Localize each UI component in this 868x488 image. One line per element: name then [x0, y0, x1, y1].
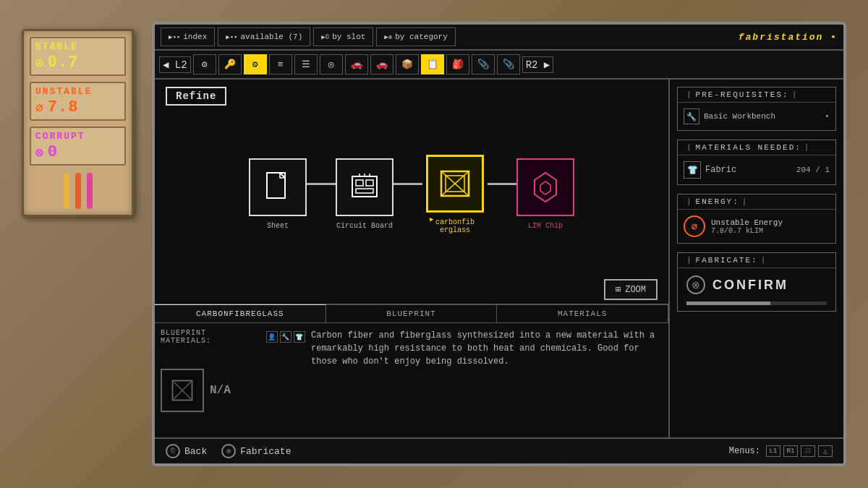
blueprint-section: BLUEPRINT MATERIALS: 👤 🔧 👕 [161, 329, 305, 432]
craft-item-carbon[interactable]: ▶ carbonfib erglass [422, 155, 488, 234]
screen-title: fabristation ▪ [739, 32, 838, 43]
materials-section: MATERIALS NEEDED: 👕 Fabric 204 / 1 [677, 140, 836, 185]
tab-index[interactable]: ▶▪▪ index [161, 27, 215, 46]
craft-box-circuit[interactable] [336, 158, 393, 216]
prereq-workbench-icon: 🔧 [684, 108, 699, 124]
icon-btn-11[interactable]: 🎒 [446, 54, 469, 74]
svg-line-2 [280, 173, 285, 178]
energy-value: 7.8/0.7 kLIM [711, 227, 830, 235]
fabricate-icon: ⊗ [221, 444, 236, 458]
info-panel: CARBONFIBREGLASS BLUEPRINT MATERIALS BLU… [155, 304, 668, 437]
corrupt-value: 0 [48, 143, 58, 161]
craft-item-circuit[interactable]: Circuit Board [336, 158, 393, 230]
icon-btn-2[interactable]: 🔑 [218, 54, 242, 74]
cables [30, 173, 126, 209]
svg-rect-5 [366, 180, 373, 186]
craft-header: Refine [155, 80, 668, 113]
tab-available[interactable]: ▶▪▪ available (7) [218, 27, 310, 46]
refine-label: Refine [166, 87, 226, 106]
icon-btn-4[interactable]: ≡ [269, 54, 292, 74]
confirm-progress-bar [686, 301, 827, 305]
cable-pink [87, 173, 93, 209]
svg-rect-0 [267, 173, 285, 198]
bp-icon-person: 👤 [266, 331, 278, 343]
craft-box-carbon[interactable]: ▶ [426, 155, 484, 213]
icon-btn-12[interactable]: 📎 [472, 54, 495, 74]
zoom-area: ⊞ ZOOM [155, 275, 668, 304]
back-action[interactable]: © Back [166, 444, 207, 458]
icon-btn-5[interactable]: ☰ [294, 54, 318, 74]
craft-box-sheet[interactable] [249, 158, 307, 216]
menu-icon-triangle: △ [818, 445, 833, 457]
icon-btn-8[interactable]: 🚗 [370, 54, 393, 74]
confirm-text: CONFIRM [712, 278, 788, 293]
tab-blueprint[interactable]: BLUEPRINT [326, 305, 498, 322]
energy-header: ENERGY: [678, 194, 835, 210]
energy-unstable: ∅ Unstable Energy 7.8/0.7 kLIM [684, 215, 830, 237]
left-nav-arrow[interactable]: ◀ L2 [159, 56, 191, 73]
menu-icon-r1: R1 [783, 445, 798, 457]
connector-2 [393, 183, 422, 185]
corrupt-icon: ⊗ [35, 145, 43, 160]
cable-orange [75, 173, 81, 209]
bottom-right: Menus: L1 R1 □ △ [729, 445, 833, 457]
tab-by-category[interactable]: ▶⊕ by category [376, 27, 455, 46]
craft-name-lim: LIM Chip [528, 222, 563, 230]
material-fabric: 👕 Fabric 204 / 1 [684, 161, 830, 179]
fabricate-section: FABRICATE: ⊗ CONFIRM [677, 252, 836, 312]
tab-by-slot[interactable]: ▶© by slot [313, 27, 373, 46]
craft-item-lim[interactable]: LIM Chip [516, 158, 574, 230]
icon-btn-6[interactable]: ◎ [320, 54, 343, 74]
blueprint-label: BLUEPRINT MATERIALS: 👤 🔧 👕 [161, 329, 305, 345]
icon-btn-1[interactable]: ⚙ [193, 54, 216, 74]
description-section: Carbon fiber and fiberglass synthesized … [311, 329, 663, 432]
zoom-icon: ⊞ [616, 284, 621, 295]
material-fabric-icon: 👕 [684, 161, 701, 179]
menu-icon-square: □ [801, 445, 815, 457]
confirm-button[interactable]: ⊗ CONFIRM [678, 268, 835, 301]
prerequisites-section: PRE-REQUISITES: 🔧 Basic Workbench ▪ [677, 87, 836, 131]
unstable-value: 7.8 [48, 98, 79, 116]
info-content: BLUEPRINT MATERIALS: 👤 🔧 👕 [155, 323, 668, 437]
energy-section: ENERGY: ∅ Unstable Energy 7.8/0.7 kLIM [677, 194, 836, 244]
nav-bar: ▶▪▪ index ▶▪▪ available (7) ▶© by slot ▶… [155, 25, 843, 51]
selected-indicator: ▶ [428, 215, 482, 223]
craft-box-lim[interactable] [516, 158, 574, 216]
svg-rect-4 [356, 180, 363, 186]
tab-carbonfibreglass[interactable]: CARBONFIBREGLASS [155, 304, 326, 322]
energy-content: ∅ Unstable Energy 7.8/0.7 kLIM [678, 210, 835, 243]
connector-3 [488, 183, 516, 185]
fabricate-action[interactable]: ⊗ Fabricate [221, 444, 291, 458]
craft-item-sheet[interactable]: Sheet [249, 158, 307, 230]
right-nav-arrow[interactable]: R2 ▶ [522, 56, 554, 73]
stat-unstable: UNSTABLE ∅ 7.8 [30, 82, 126, 121]
materials-header: MATERIALS NEEDED: [678, 140, 835, 155]
zoom-button[interactable]: ⊞ ZOOM [604, 279, 658, 300]
icon-btn-7[interactable]: 🚗 [345, 54, 368, 74]
material-count: 204 / 1 [796, 166, 830, 174]
icon-btn-3-active[interactable]: ⚙ [244, 54, 267, 74]
menu-icon-l1: L1 [766, 445, 780, 457]
tab-materials[interactable]: MATERIALS [497, 305, 668, 322]
craft-area: Refine [155, 80, 670, 437]
energy-unstable-icon: ∅ [684, 215, 705, 237]
stable-icon: ⊙ [35, 55, 43, 71]
energy-info: Unstable Energy 7.8/0.7 kLIM [711, 218, 830, 235]
menu-icons: L1 R1 □ △ [766, 445, 833, 457]
craft-name-circuit: Circuit Board [336, 222, 393, 230]
icon-btn-10-active[interactable]: 📋 [421, 54, 444, 74]
icon-btn-9[interactable]: 📦 [396, 54, 419, 74]
content-area: Refine [155, 80, 843, 437]
back-icon: © [166, 444, 180, 458]
right-panel: PRE-REQUISITES: 🔧 Basic Workbench ▪ MATE… [670, 80, 843, 437]
bp-item-box [161, 369, 204, 412]
prereq-workbench: 🔧 Basic Workbench ▪ [684, 108, 830, 124]
cable-yellow [64, 173, 69, 209]
stat-stable: STABLE ⊙ 0.7 [30, 37, 126, 76]
icon-btn-13[interactable]: 📎 [497, 54, 520, 74]
blueprint-icons: 👤 🔧 👕 [266, 331, 305, 343]
confirm-bar-fill [686, 301, 770, 305]
craft-chain: Sheet [155, 113, 668, 275]
prereq-check: ▪ [825, 111, 830, 121]
materials-content: 👕 Fabric 204 / 1 [678, 155, 835, 184]
